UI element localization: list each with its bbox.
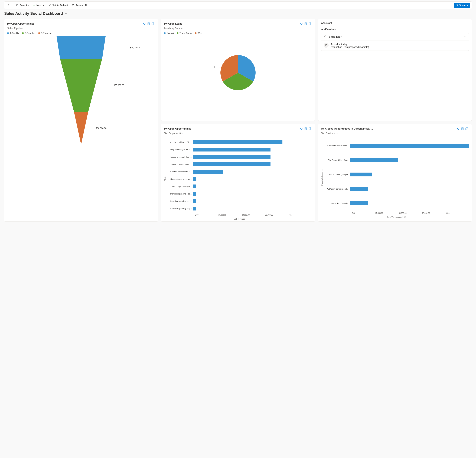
refresh-button[interactable] xyxy=(456,126,460,131)
bar-row[interactable]: Litware, Inc. (sample) xyxy=(324,196,469,210)
card-assistant: Assistant Notifications 1 reminder Task … xyxy=(318,19,472,121)
bar-row[interactable]: 6 orders of Product SK... xyxy=(167,168,312,175)
bar[interactable] xyxy=(193,155,271,159)
expand-button[interactable] xyxy=(465,126,469,131)
axis-tick: 75,000.00 xyxy=(422,212,445,215)
bar-row[interactable]: Some interest in our pr... xyxy=(167,175,312,183)
view-records-button[interactable] xyxy=(304,22,308,26)
back-button[interactable] xyxy=(6,3,11,8)
refresh-button[interactable] xyxy=(299,126,304,131)
bar[interactable] xyxy=(193,177,196,181)
view-records-button[interactable] xyxy=(304,126,308,131)
card-title: My Open Leads xyxy=(164,22,299,25)
funnel-chart: $25,000.00 $55,000.00 $36,000.00 xyxy=(7,36,155,145)
bar-label: Adventure Works (sam... xyxy=(324,145,350,147)
set-default-label: Set As Default xyxy=(52,4,68,7)
dot-icon xyxy=(22,32,24,34)
svg-rect-13 xyxy=(325,45,327,46)
bar-label: Store is expanding opty2 xyxy=(167,200,193,202)
refresh-all-label: Refresh All xyxy=(76,4,87,7)
bar[interactable] xyxy=(350,158,398,162)
bar-row[interactable]: Store is expanding opty3 xyxy=(167,205,312,212)
bar[interactable] xyxy=(193,207,196,210)
svg-rect-16 xyxy=(309,128,310,130)
dashboard-grid: My Open Opportunities Sales Pipeline 1-Q… xyxy=(0,19,476,226)
refresh-button[interactable] xyxy=(299,22,304,26)
bar-label: Will be ordering about ... xyxy=(167,163,193,165)
bar[interactable] xyxy=(350,144,469,148)
notification-header[interactable]: 1 reminder xyxy=(321,33,469,41)
legend-item[interactable]: 1-Qualify xyxy=(7,32,19,34)
bar-label: Store is expanding - se... xyxy=(167,193,193,195)
refresh-icon xyxy=(143,22,146,25)
popout-icon xyxy=(308,127,311,130)
expand-button[interactable] xyxy=(151,22,155,26)
card-subtitle: Top Customers xyxy=(321,132,469,135)
chevron-down-icon[interactable] xyxy=(64,12,67,15)
bell-icon xyxy=(324,35,327,38)
bar-row[interactable]: Will be ordering about ... xyxy=(167,161,312,168)
bar[interactable] xyxy=(193,170,223,174)
bar-row[interactable]: Store is expanding - se... xyxy=(167,190,312,198)
legend-item[interactable]: Web xyxy=(195,32,202,34)
records-icon xyxy=(304,127,307,130)
axis-tick: 50,000.00 xyxy=(399,212,422,215)
bar[interactable] xyxy=(350,173,372,176)
save-as-label: Save As xyxy=(20,4,29,7)
notification-item[interactable]: Task due today Evaluation Plan proposed … xyxy=(321,41,469,50)
share-button[interactable]: Share xyxy=(454,3,470,8)
bar-row[interactable]: Store is expanding opty2 xyxy=(167,198,312,205)
bar-row[interactable]: Fourth Coffee (sample) xyxy=(324,167,469,182)
axis-tick: 25,000.00 xyxy=(375,212,399,215)
legend-item[interactable]: Trade Show xyxy=(177,32,192,34)
expand-button[interactable] xyxy=(308,22,312,26)
records-icon xyxy=(147,22,150,25)
popout-icon xyxy=(465,127,468,130)
bar-row[interactable]: Needs to restock their ... xyxy=(167,153,312,161)
legend-item[interactable]: (blank) xyxy=(164,32,174,34)
bar-row[interactable]: City Power & Light (sa... xyxy=(324,153,469,167)
new-button[interactable]: New xyxy=(31,3,46,8)
bar-label: Needs to restock their ... xyxy=(167,156,193,158)
refresh-button[interactable] xyxy=(142,22,146,26)
bar[interactable] xyxy=(350,187,368,191)
bar-label: Very likely will order 18 ... xyxy=(167,141,193,143)
svg-rect-4 xyxy=(152,23,153,25)
refresh-icon xyxy=(300,22,303,25)
view-records-button[interactable] xyxy=(460,126,465,131)
notification-card: 1 reminder Task due today Evaluation Pla… xyxy=(321,33,469,51)
svg-rect-9 xyxy=(309,23,310,25)
pie-chart: 1 1 1 xyxy=(164,36,312,109)
legend-item[interactable]: 2-Develop xyxy=(22,32,35,34)
bar-row[interactable]: Adventure Works (sam... xyxy=(324,139,469,153)
bar-label: They sell many of the s... xyxy=(167,149,193,151)
bar[interactable] xyxy=(193,148,271,151)
legend-item[interactable]: 3-Propose xyxy=(38,32,51,34)
chevron-up-icon xyxy=(464,36,466,38)
view-records-button[interactable] xyxy=(146,22,151,26)
axis-tick: 0.00 xyxy=(352,212,375,215)
axis-tick: 30,000.00 xyxy=(265,214,289,217)
bar-row[interactable]: Very likely will order 18 ... xyxy=(167,139,312,146)
axis-tick: 10,000.00 xyxy=(218,214,242,217)
y-axis-title: Topic xyxy=(164,176,166,181)
bar[interactable] xyxy=(193,162,271,166)
bar[interactable] xyxy=(193,199,196,203)
expand-button[interactable] xyxy=(308,126,312,131)
save-as-button[interactable]: Save As xyxy=(14,3,30,8)
refresh-all-button[interactable]: Refresh All xyxy=(70,3,89,8)
bar-row[interactable]: Likes our products (sa... xyxy=(167,183,312,190)
bar-label: 6 orders of Product SK... xyxy=(167,171,193,173)
bar[interactable] xyxy=(193,184,196,188)
set-default-button[interactable]: Set As Default xyxy=(47,3,69,8)
bar-row[interactable]: A. Datum Corporation (... xyxy=(324,182,469,196)
dot-icon xyxy=(7,32,9,34)
svg-marker-5 xyxy=(57,36,106,59)
bar-label: Fourth Coffee (sample) xyxy=(324,174,350,175)
bar[interactable] xyxy=(193,140,282,144)
records-icon xyxy=(304,22,307,25)
bar[interactable] xyxy=(350,201,368,205)
card-subtitle: Leads by Source xyxy=(164,27,312,30)
bar[interactable] xyxy=(193,192,196,196)
bar-row[interactable]: They sell many of the s... xyxy=(167,146,312,153)
